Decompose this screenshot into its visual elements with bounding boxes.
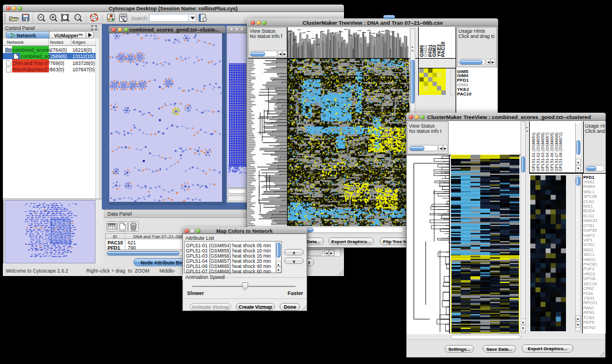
svg-text:GPL51-08 (GSM872): GPL51-08 (GSM872)	[558, 132, 563, 171]
svg-text:PAC10: PAC10	[440, 41, 446, 57]
svg-text:1:1: 1:1	[76, 16, 80, 19]
